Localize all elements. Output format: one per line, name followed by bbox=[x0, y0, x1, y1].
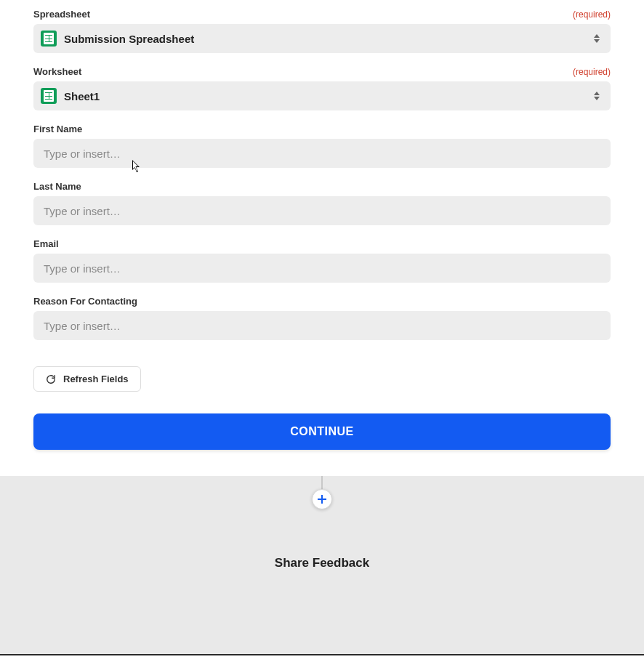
spreadsheet-value: Submission Spreadsheet bbox=[64, 33, 593, 45]
last-name-label: Last Name bbox=[33, 181, 81, 192]
reason-input[interactable] bbox=[33, 311, 611, 340]
google-sheets-icon bbox=[41, 31, 57, 47]
chevron-updown-icon bbox=[593, 34, 600, 43]
continue-button[interactable]: CONTINUE bbox=[33, 413, 611, 450]
label-row: Worksheet (required) bbox=[33, 66, 611, 77]
required-tag: (required) bbox=[573, 9, 611, 20]
reason-label: Reason For Contacting bbox=[33, 296, 137, 307]
refresh-icon bbox=[46, 374, 56, 384]
label-row: Last Name bbox=[33, 181, 611, 192]
email-input[interactable] bbox=[33, 254, 611, 283]
form-panel: Spreadsheet (required) Submission Spread… bbox=[0, 0, 644, 476]
last-name-field-group: Last Name bbox=[33, 181, 611, 225]
label-row: Email bbox=[33, 238, 611, 249]
reason-field-group: Reason For Contacting bbox=[33, 296, 611, 340]
label-row: Reason For Contacting bbox=[33, 296, 611, 307]
first-name-input[interactable] bbox=[33, 139, 611, 168]
first-name-label: First Name bbox=[33, 124, 82, 134]
share-feedback-heading: Share Feedback bbox=[0, 556, 644, 570]
worksheet-label: Worksheet bbox=[33, 66, 81, 77]
add-step-button[interactable] bbox=[312, 489, 332, 509]
spreadsheet-field-group: Spreadsheet (required) Submission Spread… bbox=[33, 9, 611, 53]
connector-line bbox=[321, 476, 323, 491]
email-label: Email bbox=[33, 238, 59, 249]
label-row: Spreadsheet (required) bbox=[33, 9, 611, 20]
plus-icon bbox=[318, 495, 326, 504]
worksheet-value: Sheet1 bbox=[64, 90, 593, 102]
refresh-label: Refresh Fields bbox=[63, 374, 129, 384]
first-name-field-group: First Name bbox=[33, 124, 611, 168]
email-field-group: Email bbox=[33, 238, 611, 283]
chevron-updown-icon bbox=[593, 92, 600, 100]
spreadsheet-select[interactable]: Submission Spreadsheet bbox=[33, 24, 611, 53]
last-name-input[interactable] bbox=[33, 196, 611, 225]
worksheet-select[interactable]: Sheet1 bbox=[33, 81, 611, 110]
google-sheets-icon bbox=[41, 88, 57, 104]
worksheet-field-group: Worksheet (required) Sheet1 bbox=[33, 66, 611, 110]
workflow-canvas: Share Feedback bbox=[0, 476, 644, 655]
label-row: First Name bbox=[33, 124, 611, 134]
required-tag: (required) bbox=[573, 67, 611, 77]
spreadsheet-label: Spreadsheet bbox=[33, 9, 90, 20]
refresh-fields-button[interactable]: Refresh Fields bbox=[33, 366, 141, 392]
